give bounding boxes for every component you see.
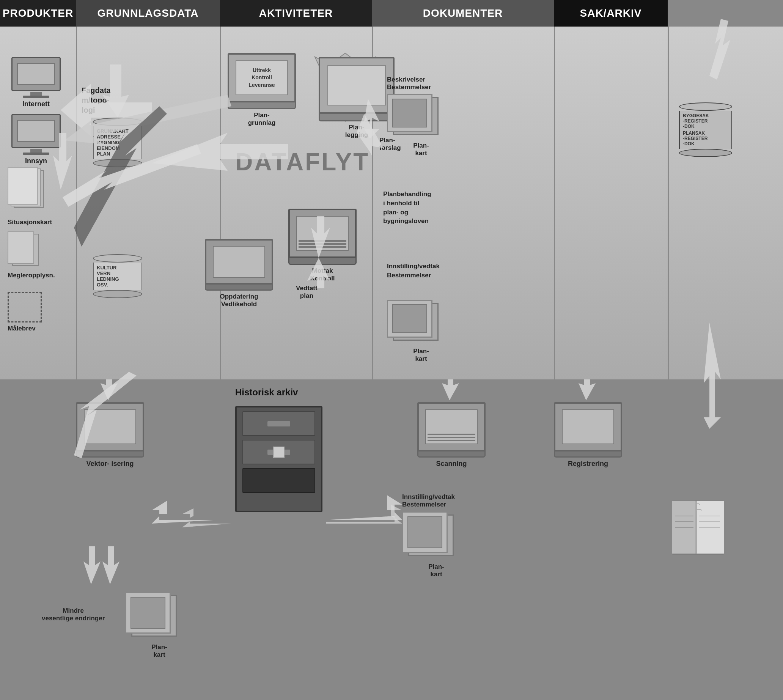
cabinet-drawer-1 [242, 411, 315, 436]
scanning-label: Scanning [417, 460, 486, 468]
bottom-innstilling-label: Innstilling/vedtakBestemmelser [402, 493, 470, 508]
plankart-bottom-label: Plan-kart [387, 348, 455, 363]
oppdatering-screen [205, 239, 273, 285]
beskrivelser-label: Beskrivelser [387, 76, 455, 83]
scan-3 [298, 246, 347, 248]
grunnkart-layer-4: EIENDOM [97, 145, 138, 151]
kultur-layer-3: LEDNING [97, 276, 138, 282]
internett-base [23, 96, 49, 98]
internett-screen [12, 57, 61, 91]
col-divider-2 [220, 27, 221, 379]
plankart-top-inner [392, 98, 427, 127]
kultur-db-body: KULTUR VERN LEDNING OSV. [93, 263, 142, 290]
scanning-screen-inner [425, 409, 478, 444]
header-dokumenter: DOKUMENTER [372, 0, 554, 27]
svg-marker-18 [182, 508, 232, 527]
registrering-base [554, 452, 622, 458]
grunnkart-layer-1: GRUNNKART [97, 128, 138, 134]
planlegging-laptop: Plan-legging [319, 57, 395, 139]
kultur-db-top [93, 254, 142, 263]
sakarkiv-layer-3: -DOK [683, 124, 728, 129]
mottak-screen-inner [296, 216, 349, 251]
situasjonskart-docs: Situasjonskart [8, 167, 53, 226]
fagdata-label: Fagdata m/topo- logi [82, 85, 111, 115]
svg-marker-23 [442, 379, 459, 400]
svg-marker-26 [83, 546, 100, 584]
malebrev-label: Målebrev [8, 325, 42, 332]
planbehandling-text: Planbehandlingi henhold tilplan- ogbygni… [383, 190, 466, 226]
sakarkiv-db-bottom [679, 149, 732, 157]
innsyn-stand [30, 149, 42, 153]
svg-marker-24 [578, 379, 596, 400]
planlegging-screen-inner [327, 65, 386, 106]
filing-cabinet [235, 406, 322, 512]
innstilling-vedtak-label: Innstilling/vedtakBestemmelser [387, 262, 440, 280]
vektorisering-base [76, 452, 144, 458]
main-top-area: DATAFLYT Internett Innsyn Situasjonskart [0, 27, 783, 379]
registrering-label: Registrering [554, 460, 622, 468]
mindre-vesentlige-label: Mindrevesentlige endringer [42, 607, 105, 622]
mottak-label: MottakKontroll [288, 267, 357, 282]
sakarkiv-db-body: BYGGESAK -REGISTER -DOK PLANSAK -REGISTE… [679, 111, 732, 149]
uttrekk-base [228, 102, 296, 109]
header-grunnlagsdata: GRUNNLAGSDATA [76, 0, 220, 27]
uttrekk-screen-inner: UttrekkKontrollLeveranse [236, 60, 288, 95]
grunnkart-db-bottom [93, 159, 142, 167]
innsyn-monitor: Innsyn [12, 114, 61, 165]
vektorisering-screen [76, 402, 144, 452]
megleropplysn-docs: Megleropplysn. [8, 232, 55, 279]
internett-screen-inner [17, 63, 55, 85]
plankart-bottom-inner [392, 304, 427, 333]
innsyn-screen-inner [17, 120, 55, 142]
vektorisering-screen-inner [84, 409, 136, 444]
oppdatering-laptop: OppdateringVedlikehold [205, 239, 273, 308]
sakarkiv-layer-1: BYGGESAK [683, 113, 728, 118]
kultur-layer-1: KULTUR [97, 265, 138, 270]
megleropplysn-label: Megleropplysn. [8, 272, 55, 279]
internett-stand [30, 92, 42, 96]
header-dokumenter-label: DOKUMENTER [423, 7, 503, 19]
innsyn-label: Innsyn [25, 157, 47, 165]
header-produkter-label: PRODUKTER [3, 7, 73, 19]
col-divider-1 [76, 27, 77, 379]
scanning-screen [417, 402, 486, 452]
uttrekk-laptop: UttrekkKontrollLeveranse Plan-grunnlag [228, 53, 296, 127]
oppdatering-screen-inner [213, 246, 265, 278]
innsyn-base [23, 153, 49, 155]
registrering-screen [554, 402, 622, 452]
sakarkiv-layer-2: -REGISTER [683, 118, 728, 124]
oppdatering-label: OppdateringVedlikehold [205, 293, 273, 308]
plankart-bottom-docs: Plan-kart [387, 300, 455, 363]
sakarkiv-db-top [679, 102, 732, 111]
sakarkiv-layer-5: -REGISTER [683, 136, 728, 141]
grunnkart-layer-3: BYGNING [97, 140, 138, 145]
mottak-laptop: MottakKontroll [288, 209, 357, 282]
vektorisering-laptop: Vektor- isering [76, 402, 144, 468]
registrering-laptop: Registrering [554, 402, 622, 468]
vektorisering-label: Vektor- isering [76, 460, 144, 468]
dataflyt-label: DATAFLYT [235, 148, 370, 176]
situasjonskart-label: Situasjonskart [8, 218, 53, 226]
internett-monitor: Internett [12, 57, 61, 108]
svg-marker-21 [330, 495, 402, 520]
scan-2 [298, 243, 347, 245]
malebrev-box: Målebrev [8, 292, 42, 332]
planlegging-base [319, 114, 395, 122]
oppdatering-base [205, 285, 273, 291]
bottom-plankart-label: Plan-kart [402, 563, 470, 578]
header-aktiviteter-label: AKTIVITETER [259, 7, 333, 19]
bottom-left-plankart-label: Plan-kart [125, 643, 193, 658]
header-aktiviteter: AKTIVITETER [220, 0, 372, 27]
cabinet-drawer-3 [242, 468, 315, 493]
sakarkiv-layer-4: PLANSAK [683, 130, 728, 136]
internett-label: Internett [22, 100, 50, 108]
bottom-left-plankart-docs: Plan-kart [125, 592, 193, 658]
historisk-arkiv-label: Historisk arkiv [235, 387, 298, 398]
kultur-db-bottom [93, 290, 142, 298]
planlegging-screen [319, 57, 395, 114]
kultur-layer-2: VERN [97, 270, 138, 276]
grunnkart-db-top [93, 118, 142, 126]
uttrekk-screen: UttrekkKontrollLeveranse [228, 53, 296, 102]
grunnkart-layer-2: ADRESSE [97, 134, 138, 140]
col-divider-5 [668, 27, 669, 379]
